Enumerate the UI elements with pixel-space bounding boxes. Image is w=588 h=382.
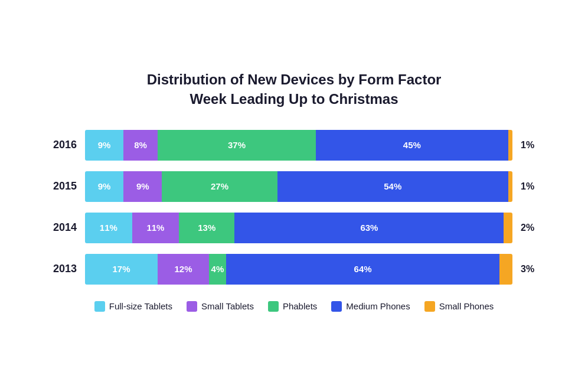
legend-swatch-mediumPhones	[331, 301, 342, 312]
bar: 17%12%4%64%	[85, 254, 512, 285]
chart-container: Distribution of New Devices by Form Fact…	[22, 53, 566, 329]
bar-segment-smallTablets: 11%	[132, 213, 179, 243]
row-year-label: 2013	[46, 263, 77, 275]
legend-item-phablets: Phablets	[268, 301, 317, 312]
legend-item-smallTablets: Small Tablets	[187, 301, 254, 312]
bar-segment-mediumPhones: 63%	[234, 213, 504, 243]
bar-segment-smallPhones	[504, 213, 512, 243]
bar-segment-mediumPhones: 54%	[277, 171, 508, 202]
row-end-label: 3%	[521, 264, 542, 275]
row-year-label: 2016	[46, 139, 77, 151]
legend: Full-size TabletsSmall TabletsPhabletsMe…	[46, 301, 542, 312]
bar-segment-smallTablets: 9%	[123, 171, 162, 202]
bar-segment-fullTablets: 11%	[85, 213, 132, 243]
chart-title: Distribution of New Devices by Form Fact…	[46, 70, 542, 109]
bar-segment-phablets: 4%	[209, 254, 226, 285]
row-end-label: 1%	[521, 181, 542, 192]
chart-rows: 20169%8%37%45%1%20159%9%27%54%1%201411%1…	[46, 130, 542, 285]
bar: 11%11%13%63%	[85, 213, 512, 243]
legend-swatch-fullTablets	[94, 301, 105, 312]
bar: 9%8%37%45%	[85, 130, 512, 161]
row-end-label: 2%	[521, 223, 542, 233]
bar-segment-smallTablets: 12%	[158, 254, 209, 285]
bar-segment-smallPhones	[499, 254, 512, 285]
legend-swatch-smallPhones	[424, 301, 435, 312]
row-year-label: 2014	[46, 221, 77, 234]
chart-row: 20169%8%37%45%1%	[46, 130, 542, 161]
legend-label-smallTablets: Small Tablets	[201, 301, 254, 311]
bar-segment-fullTablets: 17%	[85, 254, 158, 285]
legend-item-fullTablets: Full-size Tablets	[94, 301, 172, 312]
bar-segment-fullTablets: 9%	[85, 130, 123, 161]
bar-segment-phablets: 27%	[162, 171, 277, 202]
bar-segment-smallPhones	[508, 130, 512, 161]
legend-item-smallPhones: Small Phones	[424, 301, 494, 312]
bar-segment-phablets: 13%	[179, 213, 234, 243]
legend-label-smallPhones: Small Phones	[439, 301, 494, 311]
row-year-label: 2015	[46, 180, 77, 192]
chart-row: 201317%12%4%64%3%	[46, 254, 542, 285]
legend-label-mediumPhones: Medium Phones	[346, 301, 410, 311]
row-end-label: 1%	[521, 140, 542, 151]
title-line2: Week Leading Up to Christmas	[190, 91, 398, 107]
legend-swatch-smallTablets	[187, 301, 197, 312]
title-line1: Distribution of New Devices by Form Fact…	[147, 71, 442, 87]
bar-segment-smallPhones	[508, 171, 512, 202]
bar-segment-mediumPhones: 45%	[316, 130, 508, 161]
bar: 9%9%27%54%	[85, 171, 512, 202]
legend-label-phablets: Phablets	[283, 301, 317, 311]
chart-row: 201411%11%13%63%2%	[46, 213, 542, 243]
bar-segment-phablets: 37%	[158, 130, 316, 161]
bar-segment-smallTablets: 8%	[123, 130, 158, 161]
chart-row: 20159%9%27%54%1%	[46, 171, 542, 202]
bar-segment-mediumPhones: 64%	[226, 254, 499, 285]
legend-item-mediumPhones: Medium Phones	[331, 301, 410, 312]
legend-label-fullTablets: Full-size Tablets	[109, 301, 172, 311]
legend-swatch-phablets	[268, 301, 279, 312]
bar-segment-fullTablets: 9%	[85, 171, 123, 202]
